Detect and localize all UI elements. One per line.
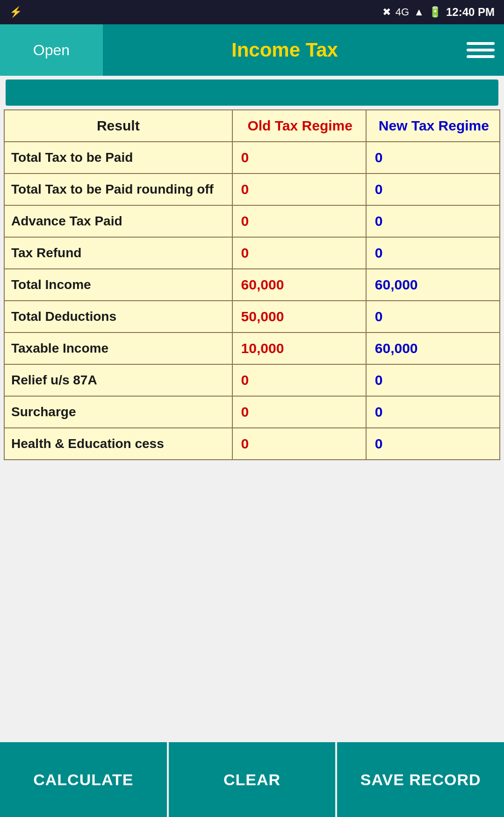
row-new-value-0: 0 (366, 142, 500, 174)
status-right: ✖ 4G ▲ 🔋 12:40 PM (382, 6, 495, 19)
calculate-button[interactable]: CALCULATE (0, 742, 167, 817)
row-old-value-6: 10,000 (232, 333, 366, 364)
network-4g: 4G (396, 6, 409, 18)
row-label-4: Total Income (4, 269, 232, 301)
battery-icon: 🔋 (429, 6, 441, 18)
row-new-value-3: 0 (366, 237, 500, 269)
table-row: Total Income60,00060,000 (4, 269, 500, 301)
col-new-tax-header: New Tax Regime (366, 110, 500, 142)
row-old-value-4: 60,000 (232, 269, 366, 301)
menu-line-3 (467, 55, 495, 58)
save-record-button[interactable]: SAVE RECORD (337, 742, 504, 817)
row-new-value-1: 0 (366, 174, 500, 205)
app-header: Open Income Tax (0, 24, 504, 76)
row-label-1: Total Tax to be Paid rounding off (4, 174, 232, 205)
table-row: Total Tax to be Paid00 (4, 142, 500, 174)
bluetooth-icon: ✖ (382, 6, 391, 18)
table-header-row: Result Old Tax Regime New Tax Regime (4, 110, 500, 142)
row-new-value-5: 0 (366, 301, 500, 333)
row-new-value-4: 60,000 (366, 269, 500, 301)
menu-line-1 (467, 42, 495, 45)
row-new-value-7: 0 (366, 364, 500, 396)
app-title: Income Tax (103, 39, 467, 61)
row-old-value-2: 0 (232, 205, 366, 237)
row-label-7: Relief u/s 87A (4, 364, 232, 396)
clear-button[interactable]: CLEAR (169, 742, 336, 817)
table-row: Health & Education cess00 (4, 428, 500, 460)
row-label-8: Surcharge (4, 396, 232, 428)
table-row: Advance Tax Paid00 (4, 205, 500, 237)
table-row: Relief u/s 87A00 (4, 364, 500, 396)
sub-header-bar (6, 80, 498, 106)
table-row: Tax Refund00 (4, 237, 500, 269)
menu-line-2 (467, 49, 495, 51)
row-label-9: Health & Education cess (4, 428, 232, 460)
table-row: Total Deductions50,0000 (4, 301, 500, 333)
status-left: ⚡ (9, 6, 22, 18)
results-table: Result Old Tax Regime New Tax Regime Tot… (4, 109, 500, 460)
status-bar: ⚡ ✖ 4G ▲ 🔋 12:40 PM (0, 0, 504, 24)
table-row: Taxable Income10,00060,000 (4, 333, 500, 364)
results-table-container: Result Old Tax Regime New Tax Regime Tot… (0, 109, 504, 738)
table-row: Total Tax to be Paid rounding off00 (4, 174, 500, 205)
row-label-2: Advance Tax Paid (4, 205, 232, 237)
row-label-3: Tax Refund (4, 237, 232, 269)
row-old-value-7: 0 (232, 364, 366, 396)
row-old-value-9: 0 (232, 428, 366, 460)
col-result-header: Result (4, 110, 232, 142)
row-old-value-1: 0 (232, 174, 366, 205)
menu-button[interactable] (467, 42, 504, 58)
row-old-value-0: 0 (232, 142, 366, 174)
row-old-value-8: 0 (232, 396, 366, 428)
row-new-value-8: 0 (366, 396, 500, 428)
row-label-6: Taxable Income (4, 333, 232, 364)
table-row: Surcharge00 (4, 396, 500, 428)
row-new-value-6: 60,000 (366, 333, 500, 364)
signal-icon: ▲ (414, 6, 424, 18)
row-new-value-2: 0 (366, 205, 500, 237)
time-display: 12:40 PM (446, 6, 495, 19)
row-label-5: Total Deductions (4, 301, 232, 333)
usb-icon: ⚡ (9, 6, 22, 18)
row-label-0: Total Tax to be Paid (4, 142, 232, 174)
open-button[interactable]: Open (0, 24, 103, 76)
col-old-tax-header: Old Tax Regime (232, 110, 366, 142)
action-buttons-container: CALCULATE CLEAR SAVE RECORD (0, 742, 504, 817)
row-new-value-9: 0 (366, 428, 500, 460)
row-old-value-5: 50,000 (232, 301, 366, 333)
row-old-value-3: 0 (232, 237, 366, 269)
